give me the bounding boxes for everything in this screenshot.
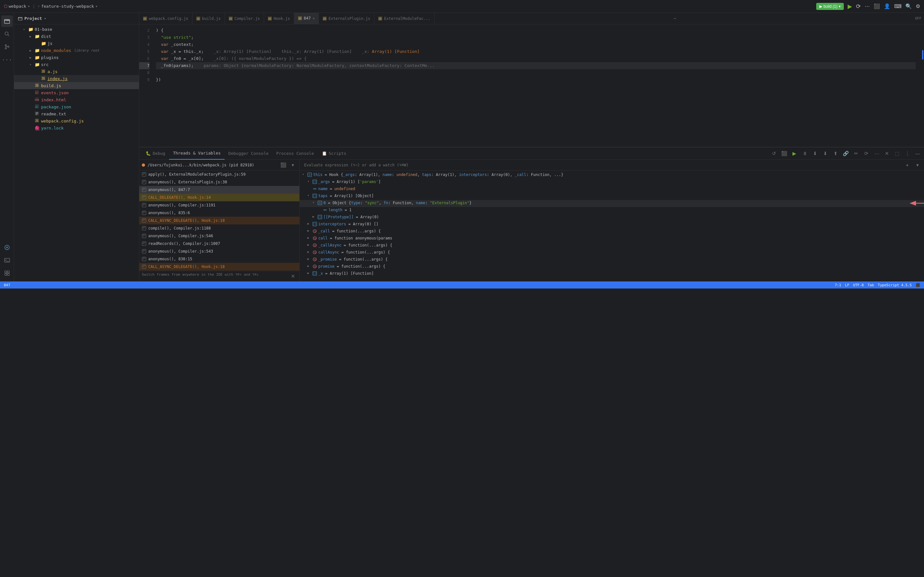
step-over-btn[interactable]: ⬇ bbox=[811, 150, 819, 157]
tree-item-node-modules[interactable]: ▶ 📁 node_modules library root bbox=[14, 47, 139, 54]
tree-item-dist[interactable]: ▶ 📁 dist bbox=[14, 33, 139, 40]
more-button[interactable]: ⋯ bbox=[865, 3, 870, 9]
stop-debug-btn[interactable]: ⬛ bbox=[780, 150, 788, 157]
workspace-selector[interactable]: ⬡ webpack ▾ bbox=[4, 4, 30, 9]
thread-item[interactable]: anonymous(), 830:15 bbox=[139, 255, 299, 263]
tree-item-readme[interactable]: readme.txt bbox=[14, 110, 139, 117]
tab-buildjs[interactable]: JS build.js bbox=[192, 13, 225, 24]
run-debug-btn[interactable]: ▶ bbox=[790, 150, 798, 157]
tree-item-yarnlock[interactable]: 🧶 yarn.lock bbox=[14, 124, 139, 131]
tab-hookjs[interactable]: JS Hook.js bbox=[264, 13, 294, 24]
panel-tab-threads-variables[interactable]: Threads & Variables bbox=[169, 147, 225, 160]
var-item-0[interactable]: ▾ 0 = Object {type: "sync", fn: Function… bbox=[300, 200, 924, 207]
thread-item-call-delegate[interactable]: CALL_DELEGATE(), Hook.js:14 bbox=[139, 193, 299, 201]
tab-close-847[interactable]: ✕ bbox=[312, 16, 315, 21]
pause-btn[interactable]: ⏸ bbox=[801, 150, 809, 157]
var-item-name[interactable]: name = undefined bbox=[300, 186, 924, 193]
profile-button[interactable]: 👤 bbox=[884, 3, 890, 9]
var-item-promise-private[interactable]: ▶ fn _promise = function(...args) { bbox=[300, 256, 924, 263]
panel-tab-process-console[interactable]: Process Console bbox=[272, 147, 318, 160]
var-item-promise[interactable]: ▶ fn promise = function(...args) { bbox=[300, 263, 924, 271]
thread-item[interactable]: anonymous(), ExternalsPlugin.js:30 bbox=[139, 178, 299, 186]
var-item-length[interactable]: length = 1 bbox=[300, 207, 924, 214]
var-item-this[interactable]: ▾ this = Hook {_args: Array(1), name: un… bbox=[300, 172, 924, 179]
thread-item[interactable]: anonymous(), Compiler.js:543 bbox=[139, 247, 299, 255]
tree-item-src[interactable]: ▾ 📁 src bbox=[14, 61, 139, 68]
add-watch-btn[interactable]: + bbox=[903, 161, 911, 169]
thread-item-call-async-delegate-2[interactable]: CALL_ASYNC_DELEGATE(), Hook.js:18 bbox=[139, 263, 299, 271]
search-button[interactable]: 🔍 bbox=[905, 3, 912, 9]
var-item-args[interactable]: ▾ [] _args = Array(1) ['params'] bbox=[300, 179, 924, 186]
status-close-btn[interactable]: ✕ bbox=[289, 272, 297, 280]
activity-plugins-icon[interactable] bbox=[1, 268, 13, 279]
activity-debug-icon[interactable] bbox=[1, 242, 13, 253]
tab-more-button[interactable]: ⋯ bbox=[671, 16, 678, 21]
tree-item-packagejson[interactable]: {} package.json bbox=[14, 103, 139, 110]
filter-btn[interactable]: ⬛ bbox=[279, 161, 287, 169]
thread-item[interactable]: anonymous(), Compiler.js:1191 bbox=[139, 201, 299, 209]
panel-tab-debug[interactable]: 🐛 Debug bbox=[142, 147, 169, 160]
translate-button[interactable]: ⌨ bbox=[894, 3, 901, 9]
branch-selector[interactable]: ⑂ feature-study-webpack ▾ bbox=[37, 4, 97, 9]
thread-item-selected[interactable]: anonymous(), 847:7 bbox=[139, 186, 299, 193]
debug-run-button[interactable]: ⟳ bbox=[856, 3, 861, 10]
var-item-callasync[interactable]: ▶ fn callAsync = function(...args) { bbox=[300, 250, 924, 256]
tree-item-plugins[interactable]: ▶ 📁 plugins bbox=[14, 54, 139, 61]
tree-item-eventsjson[interactable]: {} events.json bbox=[14, 89, 139, 96]
tree-item-buildjs[interactable]: JS build.js bbox=[14, 82, 139, 89]
status-line-col[interactable]: 7:1 bbox=[835, 283, 841, 287]
status-indent[interactable]: Tab bbox=[867, 283, 874, 287]
thread-item-call-async-delegate-1[interactable]: CALL_ASYNC_DELEGATE(), Hook.js:18 bbox=[139, 217, 299, 224]
panel-tab-debugger-console[interactable]: Debugger Console bbox=[225, 147, 272, 160]
close-panel-btn[interactable]: ✕ bbox=[883, 150, 891, 157]
thread-item[interactable]: apply(), ExternalModuleFactoryPlugin.js:… bbox=[139, 171, 299, 178]
activity-terminal-icon[interactable] bbox=[1, 255, 13, 266]
tab-compilerjs[interactable]: JS Compiler.js bbox=[225, 13, 264, 24]
tree-item-js[interactable]: 📁 js bbox=[14, 40, 139, 47]
reload-btn[interactable]: ⟳ bbox=[863, 150, 870, 157]
run-button[interactable]: ▶ bbox=[848, 3, 852, 10]
expand-vars-btn[interactable]: ▾ bbox=[914, 161, 921, 169]
code-content[interactable]: ) { "use strict"; var _context; var _x =… bbox=[152, 24, 919, 147]
link-btn[interactable]: 🔗 bbox=[842, 150, 850, 157]
tab-847[interactable]: JS 847 ✕ bbox=[294, 13, 319, 24]
stop-button[interactable]: ⬛ bbox=[874, 3, 880, 9]
threads-chevron-btn[interactable]: ▾ bbox=[289, 161, 297, 169]
status-encoding[interactable]: UTF-8 bbox=[853, 283, 864, 287]
thread-item[interactable]: readRecords(), Compiler.js:1007 bbox=[139, 240, 299, 247]
step-into-btn[interactable]: ⬇ bbox=[821, 150, 829, 157]
var-item-taps[interactable]: ▾ [] taps = Array(1) [Object] bbox=[300, 193, 924, 200]
resume-btn[interactable]: ↺ bbox=[770, 150, 778, 157]
var-item-x[interactable]: ▶ [] _x = Array(1) [Function] bbox=[300, 271, 924, 277]
var-item-prototype[interactable]: ▶ [] [[Prototype]] = Array(0) bbox=[300, 214, 924, 221]
build-button[interactable]: ▶ build (1) ▾ bbox=[816, 3, 844, 10]
step-out-btn[interactable]: ⬆ bbox=[832, 150, 839, 157]
tab-externalspluginjs[interactable]: JS ExternalsPlugin.js bbox=[319, 13, 375, 24]
tab-externalmodule[interactable]: JS ExternalModuleFac... bbox=[375, 13, 435, 24]
thread-item[interactable]: compile(), Compiler.js:1188 bbox=[139, 224, 299, 232]
activity-vcs-icon[interactable] bbox=[1, 41, 13, 53]
more-panel-btn[interactable]: ⋯ bbox=[873, 150, 880, 157]
activity-more-icon[interactable]: ··· bbox=[1, 54, 13, 65]
expand-panel-btn[interactable]: ⬚ bbox=[893, 150, 901, 157]
minimize-panel-btn[interactable]: — bbox=[914, 150, 921, 157]
settings-button[interactable]: ⚙ bbox=[916, 3, 920, 9]
activity-folder-icon[interactable] bbox=[1, 15, 13, 27]
variables-search-input[interactable] bbox=[302, 162, 901, 168]
tree-item-ajs[interactable]: JS a.js bbox=[14, 68, 139, 75]
tab-webpackconfigjs[interactable]: JS webpack.config.js bbox=[139, 13, 192, 24]
tree-item-indexjs[interactable]: JS index.js bbox=[14, 75, 139, 82]
panel-tab-scripts[interactable]: 📋 Scripts bbox=[318, 147, 351, 160]
tree-item-indexhtml[interactable]: HTML index.html bbox=[14, 96, 139, 103]
var-item-call-private[interactable]: ▶ fn _call = function(...args) { bbox=[300, 228, 924, 235]
var-item-interceptors[interactable]: ▶ [] interceptors = Array(0) [] bbox=[300, 221, 924, 228]
tree-item-01base[interactable]: ▾ 📁 01-base bbox=[14, 26, 139, 33]
more-panel-btn2[interactable]: ⋮ bbox=[903, 150, 911, 157]
edit-btn[interactable]: ✏ bbox=[852, 150, 860, 157]
scrollbar-thumb[interactable] bbox=[922, 50, 923, 60]
thread-item[interactable]: anonymous(), Compiler.js:546 bbox=[139, 232, 299, 240]
thread-item[interactable]: anonymous(), 835:6 bbox=[139, 209, 299, 217]
tree-item-webpackconfigjs[interactable]: JS webpack.config.js bbox=[14, 117, 139, 124]
activity-search-icon[interactable] bbox=[1, 28, 13, 40]
status-lf[interactable]: LF bbox=[845, 283, 849, 287]
